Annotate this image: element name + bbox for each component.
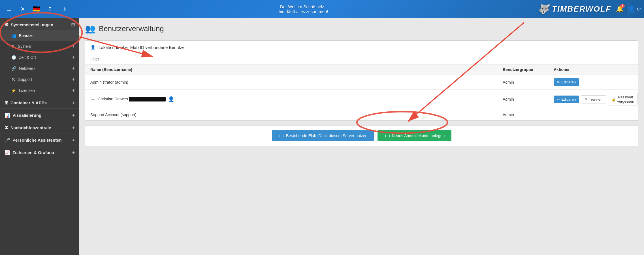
benutzer-icon: 👥 [11, 33, 16, 38]
user-icon: 👤 [628, 5, 635, 13]
page-title-icon: 👥 [85, 24, 95, 34]
lizenzen-icon: ⚡ [11, 88, 16, 93]
nachrichten-expand-icon[interactable]: + [72, 125, 75, 130]
close-button[interactable]: ✕ [17, 3, 28, 15]
new-account-label: + Neues Anmeldekonto anlegen [388, 133, 445, 138]
notifications-button[interactable]: 🔔 6 [613, 3, 626, 15]
table-header-text: Lokale und über Elab ID verbundene Benut… [99, 45, 186, 50]
christian-trennen-button[interactable]: ✕ Trennen [581, 95, 606, 103]
dark-mode-button[interactable]: ☽ [58, 3, 69, 15]
support-name: Support Account (support) [90, 113, 503, 117]
lizenzen-label: Lizenzen [19, 88, 35, 93]
new-account-button[interactable]: + + Neues Anmeldekonto anlegen [378, 130, 451, 141]
benutzer-label: Benutzer [19, 33, 35, 38]
sidebar-section-assistenten[interactable]: 🎤 Persönliche Assistenten + [0, 133, 79, 146]
sidebar-section-zeitserien[interactable]: 📈 Zeitserien & Grafana + [0, 146, 79, 158]
visualisierung-expand-icon[interactable]: + [72, 113, 75, 118]
sidebar-item-netzwerk[interactable]: 🔗 Netzwerk + [0, 63, 79, 74]
lizenzen-expand-icon[interactable]: + [72, 88, 75, 93]
x-icon: ✕ [585, 97, 588, 101]
nachrichten-icon: ✉ [5, 125, 8, 130]
admin-edit-button[interactable]: ✏ Editieren [554, 78, 579, 86]
user-label: Ch [635, 7, 642, 11]
logo-text: TIMBERWOLF [552, 5, 611, 14]
passwort-label: Passwort vergessen [617, 95, 634, 103]
menu-button[interactable]: ☰ [3, 3, 15, 15]
zeitserien-icon: 📈 [5, 150, 10, 155]
sidebar-item-support[interactable]: 🛠 Support + [0, 74, 79, 85]
zeit-label: Zeit & Ort [19, 55, 36, 60]
header-center: Der Wolf im Schafspelz -hier läuft alles… [71, 4, 536, 14]
assistenten-label: Persönliche Assistenten [12, 138, 62, 142]
netzwerk-expand-icon[interactable]: + [72, 66, 75, 71]
zeit-expand-icon[interactable]: + [72, 55, 75, 60]
sidebar-section-nachrichtenzentrale[interactable]: ✉ Nachrichtenzentrale + [0, 121, 79, 133]
top-header: ☰ ✕ 🇩🇪 ? ☽ Der Wolf im Schafspelz -hier … [0, 0, 644, 18]
christian-group: Admin [503, 97, 554, 101]
visualisierung-icon: 📊 [5, 113, 10, 118]
col-actions: Aktionen [554, 67, 633, 72]
assistenten-expand-icon[interactable]: + [72, 138, 75, 143]
help-button[interactable]: ? [44, 3, 56, 15]
plus-icon-elab: + [279, 133, 281, 138]
edit-label: Editieren [561, 80, 576, 84]
collapse-icon: ⊟ [71, 22, 75, 27]
notification-badge: 6 [620, 4, 625, 8]
christian-name: ☁ Christian Drewes 👤 [90, 96, 503, 102]
support-group: Admin [503, 113, 554, 117]
nachrichtenzentrale-label: Nachrichtenzentrale [10, 125, 51, 130]
zeitserien-expand-icon[interactable]: + [72, 150, 75, 155]
sidebar: ⚙ Systemeinstellungen ⊟ 👥 Benutzer ⚙ Sys… [0, 18, 79, 255]
tagline-text: Der Wolf im Schafspelz -hier läuft alles… [71, 4, 536, 14]
system-icon: ⚙ [11, 44, 15, 49]
redacted-content [129, 97, 166, 101]
app-logo: 🐺 TIMBERWOLF [538, 4, 611, 14]
elab-id-button[interactable]: + + Bestehende Elab ID mit diesem Server… [272, 130, 374, 141]
zeitserien-label: Zeitserien & Grafana [12, 150, 54, 155]
assistenten-icon: 🎤 [5, 137, 10, 143]
user-menu-button[interactable]: 👤 Ch [628, 3, 641, 15]
sidebar-section-container-apps[interactable]: ⊞ Container & APPs + [0, 96, 79, 109]
table-header-icon: 👤 [90, 45, 96, 50]
filter-input[interactable] [90, 57, 633, 61]
table-card-header: 👤 Lokale und über Elab ID verbundene Ben… [85, 41, 638, 54]
cloud-icon: ☁ [90, 96, 95, 101]
admin-actions: ✏ Editieren [554, 78, 633, 86]
pencil-icon-2: ✏ [557, 97, 560, 101]
zeit-icon: 🕐 [11, 55, 16, 60]
christian-edit-button[interactable]: ✏ Editieren [554, 96, 579, 103]
container-icon: ⊞ [5, 100, 8, 105]
system-expand-icon[interactable]: + [72, 44, 75, 49]
sidebar-section-systemeinstellungen[interactable]: ⚙ Systemeinstellungen ⊟ [0, 18, 79, 31]
christian-passwort-button[interactable]: 🔒 Passwort vergessen [608, 93, 638, 105]
header-right: 🔔 6 👤 Ch [613, 3, 641, 15]
admin-group: Admin [503, 80, 554, 85]
netzwerk-label: Netzwerk [19, 66, 35, 71]
sidebar-item-benutzer[interactable]: 👥 Benutzer [0, 31, 79, 41]
visualisierung-label: Visualisierung [12, 113, 41, 118]
container-expand-icon[interactable]: + [72, 100, 75, 105]
support-expand-icon[interactable]: + [72, 77, 75, 82]
bottom-actions: + + Bestehende Elab ID mit diesem Server… [85, 125, 638, 146]
netzwerk-icon: 🔗 [11, 66, 16, 71]
sidebar-section-visualisierung[interactable]: 📊 Visualisierung + [0, 109, 79, 121]
wolf-icon: 🐺 [538, 4, 550, 14]
plus-icon-new: + [384, 133, 387, 138]
support-icon: 🛠 [11, 77, 15, 82]
support-label: Support [18, 77, 32, 82]
container-apps-label: Container & APPs [10, 100, 47, 105]
edit-label-2: Editieren [561, 97, 576, 101]
col-group: Benutzergruppe [503, 67, 554, 72]
table-row: Administrator (admin) Admin ✏ Editieren [85, 75, 638, 90]
pencil-icon: ✏ [557, 80, 560, 84]
table-row: Support Account (support) Admin [85, 109, 638, 120]
sidebar-item-lizenzen[interactable]: ⚡ Lizenzen + [0, 85, 79, 96]
flag-icon[interactable]: 🇩🇪 [31, 3, 42, 15]
col-name: Name (Benutzername) [90, 67, 503, 72]
elab-id-label: + Bestehende Elab ID mit diesem Server n… [283, 133, 367, 138]
sidebar-item-zeit-ort[interactable]: 🕐 Zeit & Ort + [0, 52, 79, 63]
table-header-row: Name (Benutzername) Benutzergruppe Aktio… [85, 64, 638, 75]
system-label: System [18, 44, 31, 49]
lock-icon: 🔒 [611, 97, 616, 101]
sidebar-item-system[interactable]: ⚙ System + [0, 41, 79, 52]
